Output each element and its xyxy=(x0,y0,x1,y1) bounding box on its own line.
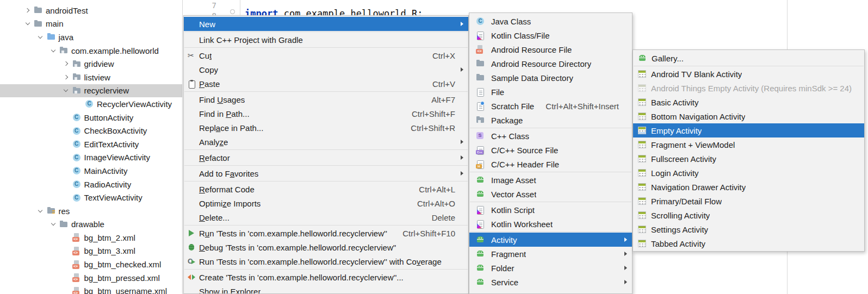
menu-item-label: Package xyxy=(491,116,523,125)
menu-item-c-c-source-file[interactable]: C/C++ Source File xyxy=(469,143,632,157)
menu-item-label: Kotlin Script xyxy=(491,205,535,215)
tree-item-bg-btm-checked-xml[interactable]: bg_btm_checked.xml xyxy=(0,258,182,271)
chevron-right-icon[interactable] xyxy=(63,73,70,81)
tree-item-java[interactable]: java xyxy=(0,30,182,44)
menu-item-activity[interactable]: Activity xyxy=(469,233,632,247)
menu-item-tabbed-activity[interactable]: Tabbed Activity xyxy=(633,236,864,251)
android-icon xyxy=(476,190,485,198)
code-fold-icon[interactable] xyxy=(230,9,235,14)
menu-item-label: Debug 'Tests in 'com.example.helloworld.… xyxy=(199,243,396,252)
menu-item-kotlin-class-file[interactable]: Kotlin Class/File xyxy=(469,28,632,42)
menu-item-d-ebug-tests-in-com-example-helloworld-recyclerv[interactable]: Debug 'Tests in 'com.example.helloworld.… xyxy=(184,240,468,254)
menu-item-android-tv-blank-activity[interactable]: Android TV Blank Activity xyxy=(633,67,864,81)
menu-separator xyxy=(184,269,468,270)
menu-item-fragment-viewmodel[interactable]: Fragment + ViewModel xyxy=(633,137,864,152)
menu-item-kotlin-worksheet[interactable]: Kotlin Worksheet xyxy=(469,217,632,231)
menu-item-folder[interactable]: Folder xyxy=(469,261,632,275)
menu-item-vector-asset[interactable]: Vector Asset xyxy=(469,187,632,201)
menu-item-service[interactable]: Service xyxy=(469,275,632,289)
menu-item-show-in-explorer[interactable]: Show in Explorer xyxy=(184,284,468,294)
menu-item-login-activity[interactable]: Login Activity xyxy=(633,166,864,180)
menu-shortcut: Ctrl+V xyxy=(423,79,455,89)
menu-item-create-tests-in-com-example-helloworld-recyclerv[interactable]: Create 'Tests in 'com.example.helloworld… xyxy=(184,270,468,284)
menu-item-label: Java Class xyxy=(491,17,531,26)
chevron-right-icon[interactable] xyxy=(63,60,70,68)
menu-item-empty-activity[interactable]: Empty Activity xyxy=(633,123,864,137)
menu-item-c-c-header-file[interactable]: C/C++ Header File xyxy=(469,157,632,171)
menu-item-navigation-drawer-activity[interactable]: Navigation Drawer Activity xyxy=(633,180,864,194)
tree-item-com-example-helloworld[interactable]: com.example.helloworld xyxy=(0,44,182,58)
tree-item-imageviewactivity[interactable]: ImageViewActivity xyxy=(0,151,182,165)
menu-item-bottom-navigation-activity[interactable]: Bottom Navigation Activity xyxy=(633,109,864,123)
tree-item-bg-btm-username-xml[interactable]: bg_btm_username.xml xyxy=(0,284,182,294)
menu-item-d-elete[interactable]: Delete...Delete xyxy=(184,210,468,224)
tree-item-bg-btm-pressed-xml[interactable]: bg_btm_pressed.xml xyxy=(0,271,182,285)
menu-item-android-resource-file[interactable]: Android Resource File xyxy=(469,42,632,57)
chevron-down-icon[interactable] xyxy=(37,33,45,41)
menu-item-label: Show in Explorer xyxy=(199,287,261,294)
menu-item-primary-detail-flow[interactable]: Primary/Detail Flow xyxy=(633,194,864,208)
tree-item-edittextactivity[interactable]: EditTextActivity xyxy=(0,137,182,151)
menu-item-cu-t[interactable]: CutCtrl+X xyxy=(184,48,468,62)
menu-item-find-u-sages[interactable]: Find UsagesAlt+F7 xyxy=(184,92,468,107)
menu-item-scratch-file[interactable]: Scratch FileCtrl+Alt+Shift+Insert xyxy=(469,99,632,113)
tree-item-drawable[interactable]: drawable xyxy=(0,218,182,232)
menu-item-c-class[interactable]: C++ Class xyxy=(469,129,632,143)
menu-item-add-to-f-a-vorites[interactable]: Add to Favorites xyxy=(184,166,468,180)
chevron-down-icon[interactable] xyxy=(24,20,32,28)
menu-item-r-u-n-tests-in-com-example-helloworld-recyclervi[interactable]: Run 'Tests in 'com.example.helloworld.re… xyxy=(184,226,468,240)
menu-item-repl-a-ce-in-path[interactable]: Replace in Path...Ctrl+Shift+R xyxy=(184,121,468,135)
tree-item-recyclerview[interactable]: recyclerview xyxy=(0,84,182,98)
menu-item-find-in-p-ath[interactable]: Find in Path...Ctrl+Shift+F xyxy=(184,107,468,121)
menu-item-fragment[interactable]: Fragment xyxy=(469,247,632,261)
tree-item-buttonactivity[interactable]: ButtonActivity xyxy=(0,111,182,124)
chevron-down-icon[interactable] xyxy=(49,47,57,54)
tree-item-label: bg_btm_username.xml xyxy=(84,286,168,294)
class-icon xyxy=(72,153,81,162)
menu-item-r-eformat-code[interactable]: Reformat CodeCtrl+Alt+L xyxy=(184,182,468,196)
menu-item-basic-activity[interactable]: Basic Activity xyxy=(633,95,864,109)
tree-item-main[interactable]: main xyxy=(0,17,182,31)
menu-item-p-aste[interactable]: PasteCtrl+V xyxy=(184,77,468,91)
menu-item-new[interactable]: New xyxy=(184,17,468,31)
menu-item-label: Bottom Navigation Activity xyxy=(651,112,745,121)
menu-item-sample-data-directory[interactable]: Sample Data Directory xyxy=(469,71,632,85)
menu-item-copy[interactable]: Copy xyxy=(184,62,468,77)
menu-item-kotlin-script[interactable]: Kotlin Script xyxy=(469,203,632,217)
menu-item-optimi-z-e-imports[interactable]: Optimize ImportsCtrl+Alt+O xyxy=(184,196,468,210)
tree-item-checkboxactivity[interactable]: CheckBoxActivity xyxy=(0,124,182,137)
tree-item-recyclerviewactivity[interactable]: RecyclerViewActivity xyxy=(0,97,182,111)
tree-item-res[interactable]: res xyxy=(0,204,182,218)
tree-item-androidtest[interactable]: androidTest xyxy=(0,4,182,17)
tree-item-bg-btm-3-xml[interactable]: bg_btm_3.xml xyxy=(0,245,182,258)
menu-item-fullscreen-activity[interactable]: Fullscreen Activity xyxy=(633,152,864,166)
menu-item-r-efactor[interactable]: Refactor xyxy=(184,151,468,165)
menu-item-label: Android Resource File xyxy=(491,45,572,54)
menu-item-android-resource-directory[interactable]: Android Resource Directory xyxy=(469,57,632,71)
tree-item-mainactivity[interactable]: MainActivity xyxy=(0,164,182,178)
tree-item-listview[interactable]: listview xyxy=(0,71,182,84)
menu-item-run-tests-in-com-example-helloworld-recyclerview[interactable]: Run 'Tests in 'com.example.helloworld.re… xyxy=(184,254,468,268)
tree-item-gridview[interactable]: gridview xyxy=(0,57,182,71)
tree-item-textviewactivity[interactable]: TextViewActivity xyxy=(0,191,182,204)
menu-item-label: Optimize Imports xyxy=(199,199,261,208)
menu-item-analy-z-e[interactable]: Analyze xyxy=(184,135,468,149)
chevron-down-icon[interactable] xyxy=(63,87,70,95)
menu-item-link-c-project-with-gradle[interactable]: Link C++ Project with Gradle xyxy=(184,33,468,47)
cpp-class-icon xyxy=(476,132,485,140)
menu-item-scrolling-activity[interactable]: Scrolling Activity xyxy=(633,208,864,222)
menu-item-package[interactable]: Package xyxy=(469,113,632,127)
tree-item-label: gridview xyxy=(84,59,114,68)
menu-item-file[interactable]: File xyxy=(469,85,632,99)
tree-item-bg-btm-2-xml[interactable]: bg_btm_2.xml xyxy=(0,231,182,245)
menu-item-gallery[interactable]: Gallery... xyxy=(633,51,864,65)
menu-item-settings-activity[interactable]: Settings Activity xyxy=(633,222,864,236)
chevron-right-icon[interactable] xyxy=(24,7,32,14)
chevron-down-icon[interactable] xyxy=(49,221,57,228)
tree-item-label: drawable xyxy=(71,220,104,229)
menu-item-java-class[interactable]: Java Class xyxy=(469,14,632,28)
submenu-arrow-icon xyxy=(461,171,463,176)
menu-item-image-asset[interactable]: Image Asset xyxy=(469,173,632,187)
tree-item-radioactivity[interactable]: RadioActivity xyxy=(0,178,182,191)
chevron-down-icon[interactable] xyxy=(37,207,45,215)
